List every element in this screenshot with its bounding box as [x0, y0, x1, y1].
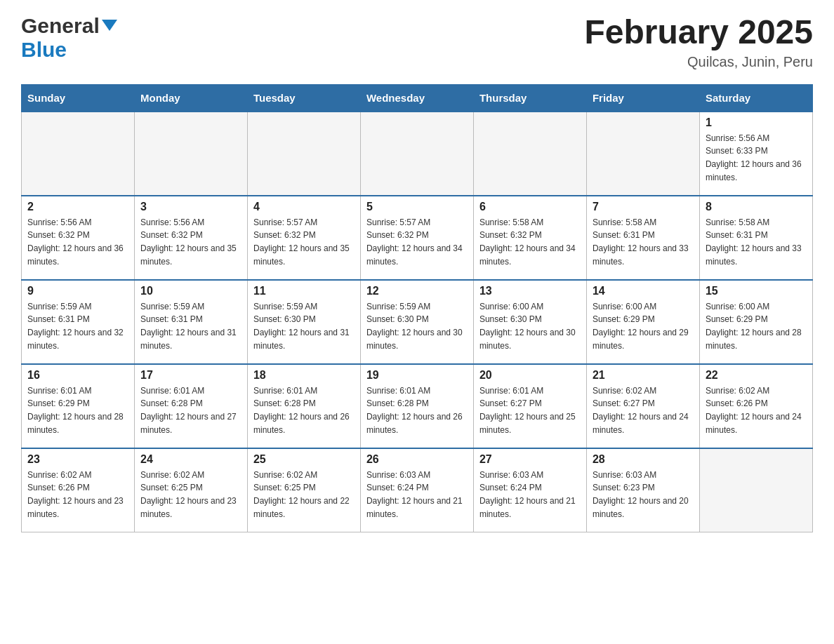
day-of-week-thursday: Thursday — [473, 84, 586, 112]
day-info: Sunrise: 6:02 AM Sunset: 6:25 PM Dayligh… — [253, 469, 355, 521]
calendar-cell: 25Sunrise: 6:02 AM Sunset: 6:25 PM Dayli… — [247, 448, 360, 532]
day-number: 7 — [593, 201, 694, 213]
calendar-cell — [473, 112, 586, 196]
day-info: Sunrise: 6:02 AM Sunset: 6:25 PM Dayligh… — [140, 469, 241, 521]
calendar-cell: 16Sunrise: 6:01 AM Sunset: 6:29 PM Dayli… — [22, 364, 135, 448]
day-info: Sunrise: 6:00 AM Sunset: 6:30 PM Dayligh… — [479, 300, 581, 352]
day-number: 20 — [479, 369, 581, 382]
calendar-header-row: SundayMondayTuesdayWednesdayThursdayFrid… — [22, 84, 813, 112]
calendar-cell — [586, 112, 699, 196]
day-of-week-tuesday: Tuesday — [247, 84, 360, 112]
calendar-cell: 12Sunrise: 5:59 AM Sunset: 6:30 PM Dayli… — [360, 280, 473, 364]
day-number: 17 — [140, 369, 241, 382]
day-number: 28 — [593, 453, 694, 466]
day-info: Sunrise: 6:01 AM Sunset: 6:28 PM Dayligh… — [366, 384, 468, 436]
calendar-week-row: 1Sunrise: 5:56 AM Sunset: 6:33 PM Daylig… — [22, 112, 813, 196]
page-header: General Blue February 2025 Quilcas, Juni… — [21, 14, 813, 70]
calendar-cell: 28Sunrise: 6:03 AM Sunset: 6:23 PM Dayli… — [586, 448, 699, 532]
day-number: 9 — [27, 285, 128, 297]
day-number: 25 — [253, 453, 355, 466]
day-info: Sunrise: 5:58 AM Sunset: 6:31 PM Dayligh… — [706, 216, 807, 268]
day-info: Sunrise: 6:03 AM Sunset: 6:24 PM Dayligh… — [479, 469, 581, 521]
day-number: 13 — [479, 285, 581, 297]
calendar-cell: 5Sunrise: 5:57 AM Sunset: 6:32 PM Daylig… — [360, 196, 473, 280]
day-info: Sunrise: 6:01 AM Sunset: 6:28 PM Dayligh… — [253, 384, 355, 436]
day-number: 10 — [140, 285, 241, 297]
calendar-cell: 2Sunrise: 5:56 AM Sunset: 6:32 PM Daylig… — [22, 196, 135, 280]
day-info: Sunrise: 5:57 AM Sunset: 6:32 PM Dayligh… — [253, 216, 355, 268]
calendar-cell: 20Sunrise: 6:01 AM Sunset: 6:27 PM Dayli… — [473, 364, 586, 448]
day-info: Sunrise: 6:00 AM Sunset: 6:29 PM Dayligh… — [706, 300, 807, 352]
day-info: Sunrise: 5:57 AM Sunset: 6:32 PM Dayligh… — [366, 216, 468, 268]
calendar-cell: 17Sunrise: 6:01 AM Sunset: 6:28 PM Dayli… — [134, 364, 247, 448]
location-label: Quilcas, Junin, Peru — [584, 54, 813, 70]
day-number: 1 — [706, 116, 807, 129]
calendar-cell: 19Sunrise: 6:01 AM Sunset: 6:28 PM Dayli… — [360, 364, 473, 448]
day-number: 12 — [366, 285, 468, 297]
title-block: February 2025 Quilcas, Junin, Peru — [584, 14, 813, 70]
calendar-cell: 7Sunrise: 5:58 AM Sunset: 6:31 PM Daylig… — [586, 196, 699, 280]
day-info: Sunrise: 5:59 AM Sunset: 6:30 PM Dayligh… — [253, 300, 355, 352]
day-info: Sunrise: 5:56 AM Sunset: 6:33 PM Dayligh… — [706, 132, 807, 184]
day-number: 4 — [253, 201, 355, 213]
calendar-cell: 13Sunrise: 6:00 AM Sunset: 6:30 PM Dayli… — [473, 280, 586, 364]
calendar-cell: 3Sunrise: 5:56 AM Sunset: 6:32 PM Daylig… — [134, 196, 247, 280]
day-info: Sunrise: 6:02 AM Sunset: 6:27 PM Dayligh… — [593, 384, 694, 436]
logo-text-blue: Blue — [21, 38, 67, 62]
day-number: 18 — [253, 369, 355, 382]
calendar-week-row: 9Sunrise: 5:59 AM Sunset: 6:31 PM Daylig… — [22, 280, 813, 364]
day-info: Sunrise: 6:02 AM Sunset: 6:26 PM Dayligh… — [706, 384, 807, 436]
calendar-cell: 24Sunrise: 6:02 AM Sunset: 6:25 PM Dayli… — [134, 448, 247, 532]
day-info: Sunrise: 5:59 AM Sunset: 6:31 PM Dayligh… — [140, 300, 241, 352]
day-number: 21 — [593, 369, 694, 382]
calendar-cell: 22Sunrise: 6:02 AM Sunset: 6:26 PM Dayli… — [699, 364, 812, 448]
day-number: 24 — [140, 453, 241, 466]
month-title: February 2025 — [584, 14, 813, 51]
calendar-cell: 21Sunrise: 6:02 AM Sunset: 6:27 PM Dayli… — [586, 364, 699, 448]
logo-text-general: General — [21, 14, 100, 38]
day-info: Sunrise: 5:56 AM Sunset: 6:32 PM Dayligh… — [140, 216, 241, 268]
day-info: Sunrise: 5:58 AM Sunset: 6:31 PM Dayligh… — [593, 216, 694, 268]
day-number: 15 — [706, 285, 807, 297]
calendar-cell: 9Sunrise: 5:59 AM Sunset: 6:31 PM Daylig… — [22, 280, 135, 364]
day-of-week-friday: Friday — [586, 84, 699, 112]
calendar-week-row: 23Sunrise: 6:02 AM Sunset: 6:26 PM Dayli… — [22, 448, 813, 532]
calendar-cell: 4Sunrise: 5:57 AM Sunset: 6:32 PM Daylig… — [247, 196, 360, 280]
day-number: 23 — [27, 453, 128, 466]
day-number: 5 — [366, 201, 468, 213]
calendar-cell: 8Sunrise: 5:58 AM Sunset: 6:31 PM Daylig… — [699, 196, 812, 280]
calendar-cell: 26Sunrise: 6:03 AM Sunset: 6:24 PM Dayli… — [360, 448, 473, 532]
day-info: Sunrise: 6:02 AM Sunset: 6:26 PM Dayligh… — [27, 469, 128, 521]
calendar-cell: 11Sunrise: 5:59 AM Sunset: 6:30 PM Dayli… — [247, 280, 360, 364]
day-info: Sunrise: 6:00 AM Sunset: 6:29 PM Dayligh… — [593, 300, 694, 352]
calendar-cell: 6Sunrise: 5:58 AM Sunset: 6:32 PM Daylig… — [473, 196, 586, 280]
calendar-cell — [134, 112, 247, 196]
calendar-cell — [699, 448, 812, 532]
day-info: Sunrise: 6:01 AM Sunset: 6:29 PM Dayligh… — [27, 384, 128, 436]
calendar-week-row: 16Sunrise: 6:01 AM Sunset: 6:29 PM Dayli… — [22, 364, 813, 448]
day-of-week-sunday: Sunday — [22, 84, 135, 112]
calendar-cell: 15Sunrise: 6:00 AM Sunset: 6:29 PM Dayli… — [699, 280, 812, 364]
calendar-cell — [360, 112, 473, 196]
day-number: 26 — [366, 453, 468, 466]
calendar-cell: 10Sunrise: 5:59 AM Sunset: 6:31 PM Dayli… — [134, 280, 247, 364]
day-number: 6 — [479, 201, 581, 213]
calendar-cell — [22, 112, 135, 196]
day-number: 8 — [706, 201, 807, 213]
day-info: Sunrise: 5:56 AM Sunset: 6:32 PM Dayligh… — [27, 216, 128, 268]
day-info: Sunrise: 5:59 AM Sunset: 6:30 PM Dayligh… — [366, 300, 468, 352]
day-number: 19 — [366, 369, 468, 382]
day-info: Sunrise: 6:03 AM Sunset: 6:23 PM Dayligh… — [593, 469, 694, 521]
calendar-cell: 14Sunrise: 6:00 AM Sunset: 6:29 PM Dayli… — [586, 280, 699, 364]
day-of-week-monday: Monday — [134, 84, 247, 112]
day-number: 3 — [140, 201, 241, 213]
day-number: 11 — [253, 285, 355, 297]
day-info: Sunrise: 5:58 AM Sunset: 6:32 PM Dayligh… — [479, 216, 581, 268]
logo-arrow-icon — [102, 20, 117, 31]
day-info: Sunrise: 6:01 AM Sunset: 6:28 PM Dayligh… — [140, 384, 241, 436]
day-number: 14 — [593, 285, 694, 297]
day-number: 2 — [27, 201, 128, 213]
day-number: 16 — [27, 369, 128, 382]
calendar-week-row: 2Sunrise: 5:56 AM Sunset: 6:32 PM Daylig… — [22, 196, 813, 280]
day-number: 22 — [706, 369, 807, 382]
